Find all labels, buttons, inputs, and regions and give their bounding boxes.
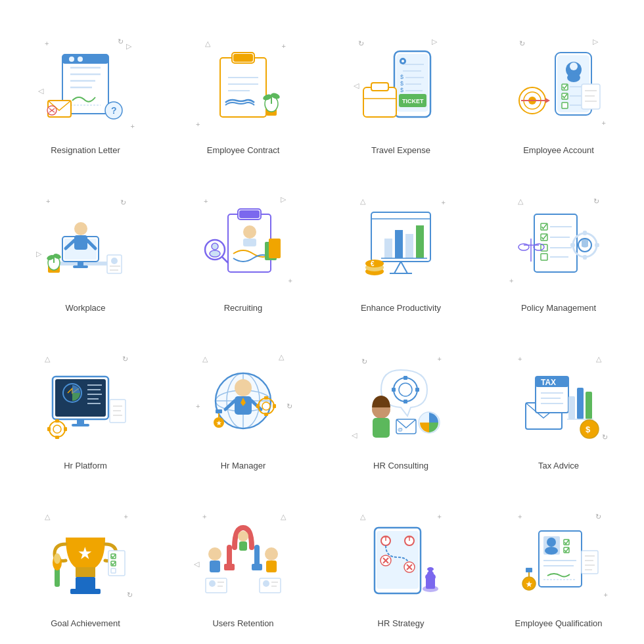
svg-text:@: @ <box>398 426 403 432</box>
svg-point-7 <box>78 57 83 62</box>
label-hr-platform: Hr Platform <box>64 461 107 472</box>
svg-point-6 <box>69 57 74 62</box>
label-employee-qualification: Employee Qualification <box>515 618 603 630</box>
svg-point-157 <box>262 402 270 410</box>
svg-point-37 <box>402 60 404 62</box>
svg-rect-169 <box>403 400 407 403</box>
icon-tax-advice: + △ ↻ TAX $ <box>506 350 611 455</box>
svg-rect-185 <box>577 388 584 419</box>
svg-point-78 <box>111 258 118 264</box>
svg-point-89 <box>212 243 218 250</box>
svg-rect-137 <box>55 419 59 423</box>
svg-rect-212 <box>260 578 281 593</box>
svg-point-239 <box>545 547 558 555</box>
icon-hr-consulting: + ↻ ◁ @ <box>348 350 453 455</box>
label-employee-account: Employee Account <box>523 145 594 156</box>
icon-hr-strategy: △ + <box>348 508 453 613</box>
svg-point-167 <box>399 383 412 396</box>
icon-goal-achievement: △ + ↻ ★ <box>33 508 138 613</box>
card-employee-contract: △ + + Employ <box>164 7 322 164</box>
icon-workplace: + ↻ ▷ <box>33 193 138 298</box>
svg-rect-96 <box>405 234 413 258</box>
icon-users-retention: + △ ◁ <box>191 508 296 613</box>
label-policy-management: Policy Management <box>521 303 596 314</box>
svg-rect-119 <box>570 243 575 247</box>
svg-text:€: € <box>371 260 375 267</box>
label-tax-advice: Tax Advice <box>538 461 579 472</box>
svg-rect-85 <box>243 239 256 246</box>
svg-rect-87 <box>269 239 281 258</box>
svg-rect-38 <box>363 87 396 117</box>
icon-enhance-productivity: △ + € <box>348 193 453 298</box>
svg-text:TICKET: TICKET <box>402 98 424 104</box>
svg-rect-158 <box>264 396 268 400</box>
label-hr-manager: Hr Manager <box>221 461 266 472</box>
svg-rect-67 <box>73 265 88 268</box>
svg-rect-161 <box>273 404 276 408</box>
icon-grid: + ↻ ▷ ◁ + <box>0 0 644 644</box>
card-employee-qualification: + ↻ + <box>480 480 637 637</box>
icon-policy-management: △ ↻ + <box>506 193 611 298</box>
label-employee-contract: Employee Contract <box>207 145 280 156</box>
icon-employee-contract: △ + + <box>191 35 296 140</box>
card-goal-achievement: △ + ↻ ★ <box>7 480 164 637</box>
card-enhance-productivity: △ + € Enha <box>322 164 480 322</box>
svg-rect-113 <box>541 254 547 260</box>
svg-text:$: $ <box>400 87 403 93</box>
svg-rect-97 <box>416 225 424 258</box>
card-travel-expense: ↻ ▷ ◁ $ $ $ <box>322 7 480 164</box>
label-users-retention: Users Retention <box>212 618 273 630</box>
svg-rect-159 <box>264 413 268 416</box>
svg-point-136 <box>53 425 61 433</box>
svg-point-104 <box>365 260 384 267</box>
svg-rect-209 <box>239 541 247 551</box>
icon-resignation-letter: + ↻ ▷ ◁ + <box>33 35 138 140</box>
icon-recruiting: + ▷ + <box>191 193 296 298</box>
svg-rect-201 <box>252 564 262 570</box>
svg-rect-203 <box>210 561 220 572</box>
label-workplace: Workplace <box>65 303 105 314</box>
label-goal-achievement: Goal Achievement <box>51 618 120 630</box>
svg-rect-17 <box>233 54 253 62</box>
svg-text:$: $ <box>586 425 591 434</box>
svg-text:?: ? <box>111 105 117 116</box>
label-hr-strategy: HR Strategy <box>378 618 425 630</box>
card-recruiting: + ▷ + <box>164 164 322 322</box>
svg-rect-39 <box>371 83 388 91</box>
card-hr-strategy: △ + <box>322 480 480 637</box>
svg-rect-117 <box>583 231 587 235</box>
svg-rect-95 <box>395 230 403 258</box>
svg-point-47 <box>567 73 580 82</box>
svg-rect-69 <box>74 235 87 250</box>
svg-rect-168 <box>403 376 407 380</box>
svg-rect-134 <box>72 424 89 426</box>
svg-point-202 <box>208 547 221 561</box>
svg-rect-204 <box>206 578 227 593</box>
svg-rect-173 <box>373 418 390 438</box>
svg-point-46 <box>570 62 578 70</box>
svg-point-205 <box>209 580 216 587</box>
svg-rect-199 <box>111 568 116 573</box>
svg-point-213 <box>263 580 269 587</box>
label-hr-consulting: HR Consulting <box>373 461 428 472</box>
svg-rect-139 <box>47 427 51 431</box>
card-resignation-letter: + ↻ ▷ ◁ + <box>7 7 164 164</box>
icon-hr-platform: △ ↻ <box>33 350 138 455</box>
label-recruiting: Recruiting <box>224 303 263 314</box>
svg-rect-171 <box>415 388 419 392</box>
card-users-retention: + △ ◁ <box>164 480 322 637</box>
label-resignation-letter: Resignation Letter <box>51 145 120 156</box>
card-tax-advice: + △ ↻ TAX $ <box>480 322 637 480</box>
card-hr-manager: △ △ + ↻ <box>164 322 322 480</box>
svg-rect-190 <box>76 577 95 590</box>
card-employee-account: ↻ ▷ + <box>480 7 637 164</box>
svg-point-68 <box>74 222 87 235</box>
card-hr-platform: △ ↻ <box>7 322 164 480</box>
svg-text:$: $ <box>400 74 403 80</box>
label-travel-expense: Travel Expense <box>371 145 430 156</box>
icon-travel-expense: ↻ ▷ ◁ $ $ $ <box>348 35 453 140</box>
svg-text:★: ★ <box>216 420 222 426</box>
svg-rect-191 <box>70 589 101 594</box>
svg-point-195 <box>54 553 60 564</box>
svg-line-100 <box>401 262 407 273</box>
